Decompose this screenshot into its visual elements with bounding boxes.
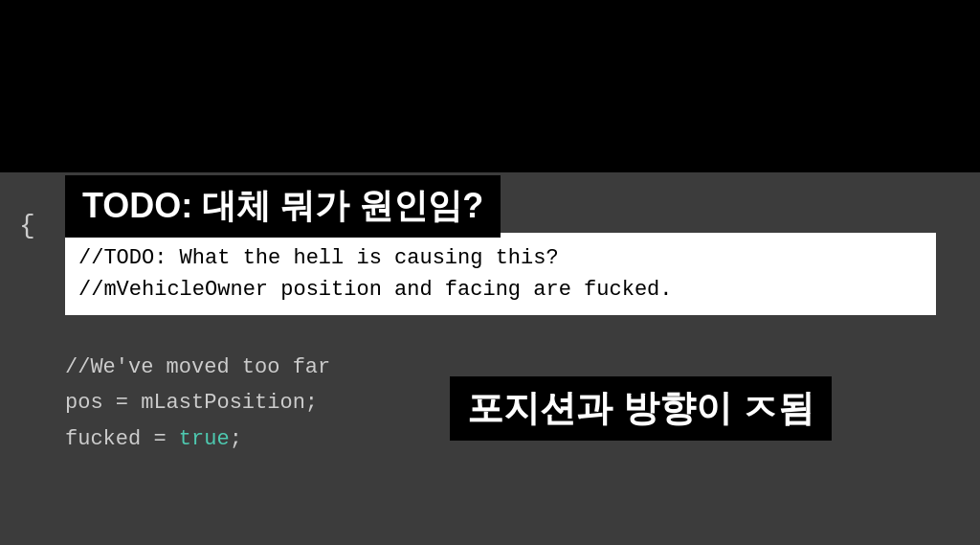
code-line-3: fucked = true; (65, 421, 330, 457)
todo-banner: TODO: 대체 뭐가 원인임? (65, 175, 501, 238)
brace-char: { (19, 211, 35, 240)
code-line-2: pos = mLastPosition; (65, 385, 330, 420)
screen: { TODO: 대체 뭐가 원인임? //TODO: What the hell… (0, 0, 980, 545)
top-black-region (0, 0, 980, 172)
korean-subtitle-banner: 포지션과 방향이 ㅈ됨 (450, 376, 832, 441)
todo-banner-text: TODO: 대체 뭐가 원인임? (82, 186, 483, 225)
korean-banner-text: 포지션과 방향이 ㅈ됨 (467, 388, 814, 428)
code-lines: //We've moved too far pos = mLastPositio… (65, 350, 330, 457)
comment-box: //TODO: What the hell is causing this? /… (65, 233, 936, 315)
left-brace: { (19, 211, 35, 240)
comment-line-1: //TODO: What the hell is causing this? (78, 242, 917, 274)
keyword-true: true (179, 427, 230, 451)
code-line-1: //We've moved too far (65, 350, 330, 385)
comment-line-2: //mVehicleOwner position and facing are … (78, 274, 917, 306)
